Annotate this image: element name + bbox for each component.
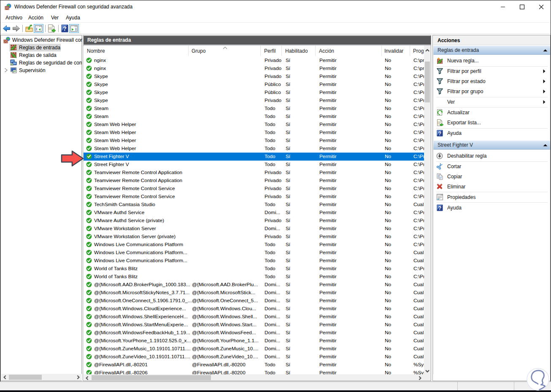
svg-text:?: ? bbox=[63, 25, 67, 32]
svg-text:?: ? bbox=[438, 131, 441, 137]
svg-text:?: ? bbox=[438, 205, 441, 211]
